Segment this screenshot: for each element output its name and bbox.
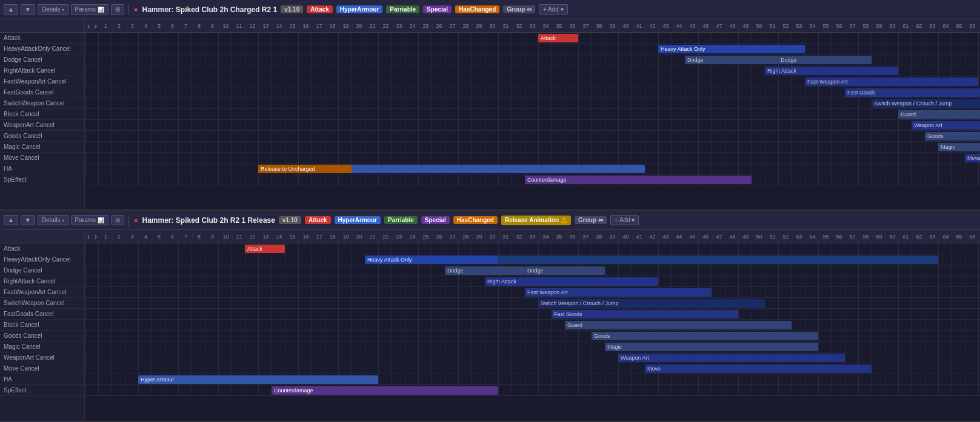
badge-attack[interactable]: Attack (305, 216, 331, 224)
frame-number[interactable]: 40 (619, 234, 633, 240)
frame-number[interactable]: 50 (753, 234, 766, 240)
frame-number[interactable]: 55 (819, 23, 833, 29)
frame-number[interactable]: 21 (366, 234, 379, 240)
timeline-bar[interactable]: Attack (245, 245, 285, 253)
frame-number[interactable]: 10 (219, 234, 233, 240)
frame-number[interactable]: 56 (833, 23, 846, 29)
timeline-bar[interactable]: Move (965, 154, 980, 162)
frame-number[interactable]: 31 (499, 234, 513, 240)
add-btn[interactable]: + Add ▾ (539, 4, 568, 15)
frame-number[interactable]: 25 (419, 23, 433, 29)
frame-number[interactable]: 41 (633, 23, 646, 29)
details-btn[interactable]: Details ▪ (38, 4, 68, 15)
grid-btn[interactable]: ⊞ (111, 215, 124, 225)
frame-number[interactable]: 12 (246, 23, 259, 29)
frame-number[interactable]: 16 (299, 23, 313, 29)
frame-number[interactable]: 28 (459, 234, 473, 240)
timeline-bar[interactable] (498, 256, 938, 264)
timeline-bar[interactable]: Right Attack (485, 277, 658, 286)
release-animation-badge[interactable]: Release Animation ⚠ (501, 216, 571, 225)
frame-number[interactable]: 52 (779, 234, 793, 240)
frame-number[interactable]: 56 (833, 234, 846, 240)
close-btn[interactable]: × (132, 217, 139, 224)
frame-number[interactable]: 42 (646, 23, 659, 29)
frame-number[interactable]: 36 (566, 234, 579, 240)
badge-hyperarmour[interactable]: HyperArmour (336, 5, 382, 13)
frame-number[interactable]: 62 (913, 23, 926, 29)
frame-number[interactable]: 26 (433, 23, 446, 29)
frame-number[interactable]: 39 (606, 234, 619, 240)
frame-number[interactable]: 63 (926, 234, 939, 240)
nav-prev[interactable]: ‹ (85, 22, 92, 30)
timeline-bar[interactable]: Heavy Attack Only (365, 256, 498, 264)
grid-btn[interactable]: ⊞ (111, 4, 124, 15)
timeline-bar[interactable]: Heavy Attack Only (658, 45, 805, 53)
frame-number[interactable]: 34 (539, 234, 553, 240)
frame-number[interactable]: 45 (686, 234, 699, 240)
group-badge[interactable]: Group ⇔ (503, 5, 535, 13)
frame-number[interactable]: 8 (193, 234, 206, 240)
frame-number[interactable]: 17 (313, 234, 326, 240)
timeline-bar[interactable]: Counterdamage (525, 176, 752, 184)
frame-number[interactable]: 11 (233, 23, 246, 29)
timeline-bar[interactable]: Hyper Armour (138, 375, 378, 384)
frame-number[interactable]: 63 (926, 23, 939, 29)
timeline-bar[interactable]: Right Attack (765, 67, 898, 75)
frame-number[interactable]: 4 (139, 23, 153, 29)
params-btn[interactable]: Params 📊 (71, 4, 108, 15)
frame-number[interactable]: 58 (859, 234, 873, 240)
frame-number[interactable]: 12 (246, 234, 259, 240)
frame-number[interactable]: 23 (393, 23, 406, 29)
frame-number[interactable]: 6 (166, 234, 179, 240)
frame-number[interactable]: 21 (366, 23, 379, 29)
timeline-bar[interactable]: Fast Goods (552, 310, 738, 318)
frame-number[interactable]: 35 (553, 23, 566, 29)
badge-special[interactable]: Special (423, 5, 452, 13)
timeline-bar[interactable]: Switch Weapon / Crouch / Jump (538, 299, 765, 308)
timeline-bar[interactable]: Attack (538, 34, 578, 42)
frame-number[interactable]: 46 (699, 23, 713, 29)
version-badge[interactable]: v1.10 (279, 216, 301, 224)
frame-number[interactable]: 33 (526, 234, 539, 240)
frame-number[interactable]: 44 (673, 23, 686, 29)
nav-next[interactable]: › (92, 232, 99, 241)
timeline-bar[interactable]: Switch Weapon / Crouch / Jump (872, 99, 980, 108)
frame-number[interactable]: 29 (473, 23, 486, 29)
frame-number[interactable]: 31 (499, 23, 513, 29)
frame-number[interactable]: 43 (659, 234, 673, 240)
frame-number[interactable]: 61 (899, 234, 913, 240)
frame-number[interactable]: 51 (766, 23, 779, 29)
badge-parriable[interactable]: Parriable (384, 216, 418, 224)
params-btn[interactable]: Params 📊 (71, 215, 108, 225)
frame-number[interactable]: 29 (473, 234, 486, 240)
frame-number[interactable]: 53 (793, 23, 806, 29)
frame-number[interactable]: 27 (446, 234, 459, 240)
timeline-bar[interactable]: Release to Uncharged (258, 165, 352, 173)
frame-number[interactable]: 30 (486, 23, 499, 29)
nav-prev[interactable]: ‹ (85, 232, 92, 241)
frame-number[interactable]: 46 (699, 234, 713, 240)
frame-number[interactable]: 7 (179, 23, 193, 29)
frame-number[interactable]: 3 (126, 23, 139, 29)
timeline-bar[interactable]: Counterdamage (272, 386, 498, 395)
frame-number[interactable]: 7 (179, 234, 193, 240)
frame-number[interactable]: 26 (433, 234, 446, 240)
frame-number[interactable]: 37 (579, 234, 593, 240)
timeline-scroll[interactable]: ‹ › 123456789101112131415161718192021222… (85, 19, 980, 209)
frame-number[interactable]: 27 (446, 23, 459, 29)
frame-number[interactable]: 37 (579, 23, 593, 29)
timeline-bar[interactable]: Magic (938, 143, 980, 151)
frame-number[interactable]: 35 (553, 234, 566, 240)
frame-number[interactable]: 39 (606, 23, 619, 29)
frame-number[interactable]: 15 (286, 23, 299, 29)
badge-haschanged[interactable]: HasChanged (455, 5, 499, 13)
timeline-bar[interactable]: Goods (592, 332, 818, 340)
frame-number[interactable]: 41 (633, 234, 646, 240)
frame-number[interactable]: 18 (326, 23, 339, 29)
frame-number[interactable]: 59 (873, 23, 886, 29)
frame-number[interactable]: 51 (766, 234, 779, 240)
frame-number[interactable]: 47 (713, 234, 726, 240)
frame-number[interactable]: 40 (619, 23, 633, 29)
frame-number[interactable]: 30 (486, 234, 499, 240)
timeline-bar[interactable]: Dodge (525, 266, 605, 275)
